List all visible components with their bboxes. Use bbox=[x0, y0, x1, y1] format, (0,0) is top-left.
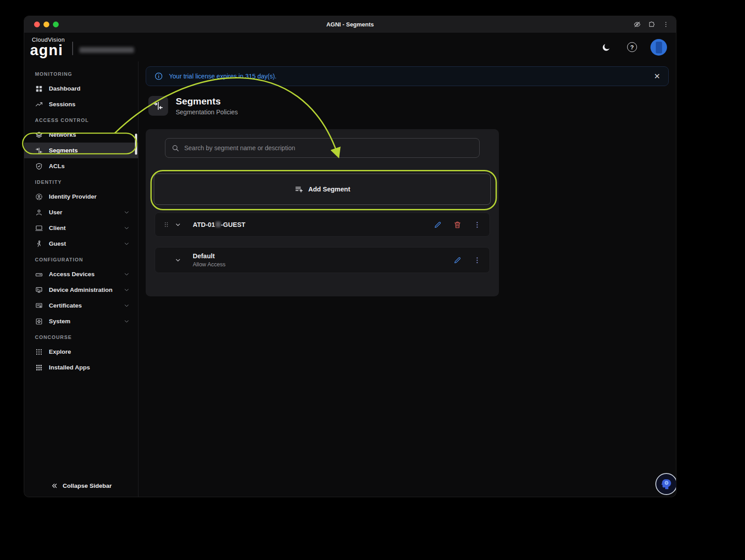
segment-name: ATD-01-GUEST bbox=[193, 221, 245, 228]
help-icon: ? bbox=[627, 42, 637, 52]
sidebar-item-client[interactable]: Client bbox=[24, 220, 138, 236]
sidebar-item-label: Dashboard bbox=[49, 85, 81, 92]
drag-handle-icon[interactable] bbox=[162, 221, 174, 229]
kebab-menu-icon bbox=[473, 256, 481, 265]
main-content: Your trial license expires in 315 day(s)… bbox=[139, 61, 676, 497]
sidebar-item-sessions[interactable]: Sessions bbox=[24, 96, 138, 112]
chevron-down-icon bbox=[123, 209, 130, 216]
assistant-head-icon bbox=[660, 478, 673, 491]
titlebar: AGNI - Segments bbox=[24, 16, 676, 33]
sidebar-item-user[interactable]: User bbox=[24, 204, 138, 220]
sidebar-item-label: Explore bbox=[49, 348, 71, 355]
segment-row: ATD-01-GUEST bbox=[155, 213, 490, 237]
user-icon bbox=[35, 208, 43, 217]
page-subtitle: Segmentation Policies bbox=[176, 109, 238, 116]
window-controls[interactable] bbox=[34, 22, 59, 27]
pencil-icon bbox=[453, 256, 462, 265]
app-header: CloudVision agni ? bbox=[24, 33, 676, 61]
sidebar-item-label: Client bbox=[49, 225, 66, 231]
user-avatar[interactable] bbox=[650, 39, 667, 56]
sidebar-item-label: Guest bbox=[49, 240, 66, 247]
sidebar-item-certificates[interactable]: Certificates bbox=[24, 298, 138, 313]
sidebar-item-identity-provider[interactable]: Identity Provider bbox=[24, 189, 138, 204]
add-segment-button[interactable]: Add Segment bbox=[154, 174, 491, 205]
extensions-icon[interactable] bbox=[648, 21, 655, 28]
sidebar-item-label: ACLs bbox=[49, 163, 65, 169]
playlist-add-icon bbox=[295, 185, 303, 194]
banner-close-icon[interactable]: ✕ bbox=[654, 73, 660, 80]
search-icon bbox=[171, 144, 180, 152]
browser-menu-icon[interactable] bbox=[662, 21, 670, 28]
chevron-down-icon bbox=[174, 256, 182, 264]
close-window-button[interactable] bbox=[34, 22, 40, 27]
chevron-down-icon bbox=[123, 225, 130, 231]
device-administration-icon bbox=[35, 286, 43, 294]
sidebar-item-installed-apps[interactable]: Installed Apps bbox=[24, 360, 138, 375]
hide-eye-icon[interactable] bbox=[633, 21, 641, 28]
sidebar-item-label: Networks bbox=[49, 131, 76, 138]
row-menu-button[interactable] bbox=[472, 255, 482, 265]
sidebar-item-access-devices[interactable]: Access Devices bbox=[24, 266, 138, 282]
sidebar-item-device-administration[interactable]: Device Administration bbox=[24, 282, 138, 298]
sidebar-item-networks[interactable]: Networks bbox=[24, 127, 138, 143]
trial-license-banner: Your trial license expires in 315 day(s)… bbox=[146, 66, 669, 86]
sidebar-item-dashboard[interactable]: Dashboard bbox=[24, 81, 138, 96]
brand-divider bbox=[72, 42, 73, 55]
segments-page-icon bbox=[148, 96, 168, 116]
sidebar-scrollbar-thumb[interactable] bbox=[135, 134, 137, 155]
window-title: AGNI - Segments bbox=[326, 21, 374, 28]
laptop-icon bbox=[35, 224, 43, 232]
explore-icon bbox=[35, 348, 43, 356]
system-icon bbox=[35, 317, 43, 326]
sidebar-item-label: Device Administration bbox=[49, 287, 113, 293]
sidebar-item-label: Installed Apps bbox=[49, 364, 90, 371]
page-title: Segments bbox=[176, 96, 238, 107]
collapse-sidebar-button[interactable]: Collapse Sidebar bbox=[24, 482, 138, 490]
access-devices-icon bbox=[35, 270, 43, 278]
browser-window: AGNI - Segments CloudVision agni ? MONIT… bbox=[24, 16, 676, 497]
sidebar-item-explore[interactable]: Explore bbox=[24, 344, 138, 360]
sessions-icon bbox=[35, 100, 43, 109]
certificates-icon bbox=[35, 302, 43, 310]
info-icon bbox=[154, 72, 163, 81]
chevron-down-icon bbox=[123, 240, 130, 247]
section-identity: IDENTITY bbox=[24, 174, 138, 189]
segment-name: Default bbox=[193, 252, 225, 260]
row-menu-button[interactable] bbox=[472, 219, 482, 230]
sidebar-item-guest[interactable]: Guest bbox=[24, 236, 138, 252]
minimize-window-button[interactable] bbox=[43, 22, 49, 27]
sidebar-item-acls[interactable]: ACLs bbox=[24, 158, 138, 174]
dark-mode-toggle[interactable] bbox=[598, 39, 614, 55]
double-chevron-left-icon bbox=[51, 482, 58, 490]
assistant-chat-widget[interactable] bbox=[655, 473, 676, 495]
page-header: Segments Segmentation Policies bbox=[148, 96, 676, 116]
sidebar-item-segments[interactable]: Segments bbox=[24, 143, 138, 158]
sidebar-item-label: User bbox=[49, 209, 62, 216]
segment-search bbox=[165, 138, 480, 158]
sidebar-item-system[interactable]: System bbox=[24, 313, 138, 329]
chevron-down-icon bbox=[123, 318, 130, 325]
moon-icon bbox=[602, 43, 611, 52]
expand-row-button[interactable] bbox=[174, 256, 187, 264]
section-configuration: CONFIGURATION bbox=[24, 252, 138, 266]
expand-row-button[interactable] bbox=[174, 221, 187, 229]
dashboard-icon bbox=[35, 85, 43, 93]
zoom-window-button[interactable] bbox=[53, 22, 59, 27]
cloudvision-agni-logo: CloudVision agni bbox=[30, 37, 65, 57]
sidebar-item-label: Segments bbox=[49, 147, 78, 154]
networks-icon bbox=[35, 131, 43, 139]
sidebar-item-label: Identity Provider bbox=[49, 193, 97, 200]
identity-provider-icon bbox=[35, 193, 43, 201]
pencil-icon bbox=[433, 221, 442, 229]
segment-row: Default Allow Access bbox=[155, 247, 490, 273]
collapse-sidebar-label: Collapse Sidebar bbox=[63, 482, 112, 489]
section-access-control: ACCESS CONTROL bbox=[24, 112, 138, 127]
edit-segment-button[interactable] bbox=[452, 255, 463, 265]
delete-segment-button[interactable] bbox=[452, 219, 463, 230]
search-input[interactable] bbox=[184, 144, 473, 152]
chevron-down-icon bbox=[123, 302, 130, 309]
help-button[interactable]: ? bbox=[624, 39, 640, 55]
edit-segment-button[interactable] bbox=[432, 219, 443, 230]
redacted-org-name bbox=[79, 47, 134, 53]
chevron-down-icon bbox=[123, 271, 130, 278]
